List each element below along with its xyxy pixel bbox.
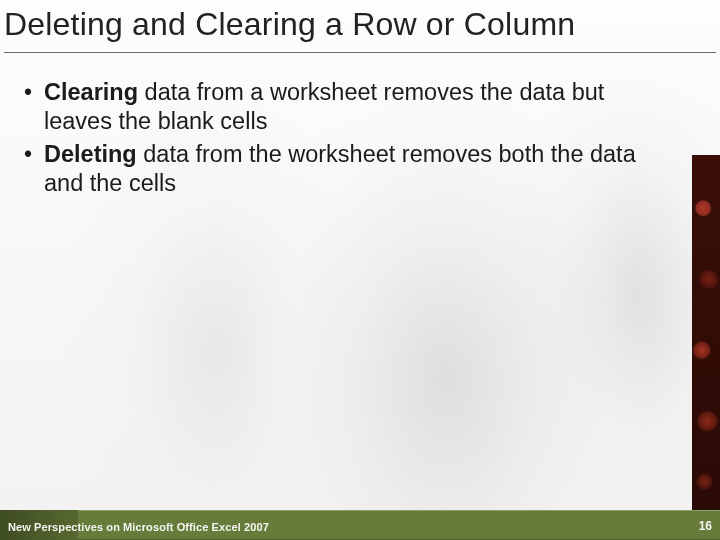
footer-text: New Perspectives on Microsoft Office Exc…: [8, 521, 269, 533]
bullet-bold: Deleting: [44, 141, 137, 167]
bullet-item: Clearing data from a worksheet removes t…: [20, 78, 660, 136]
leaf-accent-strip: [692, 155, 720, 510]
bullet-item: Deleting data from the worksheet removes…: [20, 140, 660, 198]
page-number: 16: [699, 519, 712, 533]
slide-title: Deleting and Clearing a Row or Column: [4, 6, 575, 43]
slide-body: Clearing data from a worksheet removes t…: [20, 78, 660, 203]
bullet-bold: Clearing: [44, 79, 138, 105]
title-underline: [4, 52, 716, 53]
slide: Deleting and Clearing a Row or Column Cl…: [0, 0, 720, 540]
bullet-list: Clearing data from a worksheet removes t…: [20, 78, 660, 199]
